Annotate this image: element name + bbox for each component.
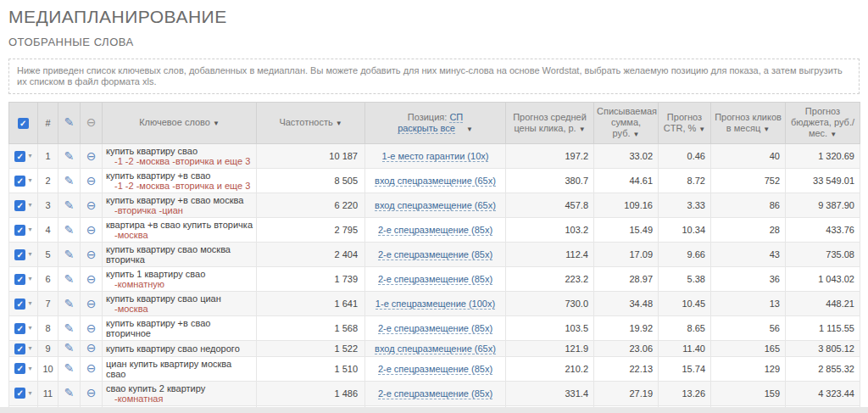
remove-icon[interactable]: ⊖	[86, 272, 97, 286]
checkbox-dropdown-icon[interactable]: ▾	[28, 176, 31, 184]
edit-icon[interactable]: ✎	[64, 174, 75, 187]
col-header-avg-click-price[interactable]: Прогноз средней цены клика, р.▼	[506, 103, 594, 144]
row-checkbox[interactable]	[14, 299, 25, 310]
edit-icon[interactable]: ✎	[64, 321, 75, 335]
info-note: Ниже приведен список ключевых слов, доба…	[8, 59, 860, 94]
row-select-cell: ▾	[9, 193, 38, 218]
checkbox-dropdown-icon[interactable]: ▾	[28, 324, 31, 332]
ctr-value: 8.65	[659, 316, 711, 341]
bottom-strip	[0, 407, 868, 413]
edit-icon[interactable]: ✎	[64, 272, 75, 286]
position-sp-link[interactable]: СП	[449, 112, 463, 123]
checkbox-dropdown-icon[interactable]: ▾	[28, 152, 31, 159]
checkbox-dropdown-icon[interactable]: ▾	[28, 365, 31, 372]
clicks-month-value: 86	[711, 193, 786, 218]
row-checkbox[interactable]	[14, 151, 25, 162]
col-header-ctr[interactable]: Прогноз CTR, %▼	[659, 103, 711, 144]
ctr-value: 10.34	[659, 218, 711, 243]
edit-icon[interactable]: ✎	[64, 341, 75, 354]
avg-click-price-value: 210.2	[506, 356, 594, 381]
remove-icon[interactable]: ⊖	[86, 297, 97, 310]
position-link[interactable]: 2-е спецразмещение (85x)	[378, 364, 492, 375]
remove-icon[interactable]: ⊖	[86, 248, 97, 261]
remove-icon[interactable]: ⊖	[86, 198, 97, 212]
minus-words: -комнатная	[106, 393, 253, 404]
remove-icon[interactable]: ⊖	[86, 386, 97, 399]
remove-icon[interactable]: ⊖	[86, 321, 97, 335]
minus-words: -1 -2 -москва -вторичка и еще 3	[106, 156, 253, 166]
col-header-writeoff-sum[interactable]: Списываемая сумма, руб.▼	[594, 103, 659, 144]
frequency-value: 1 641	[257, 292, 365, 316]
remove-icon[interactable]: ⊖	[86, 174, 97, 187]
col-header-budget[interactable]: Прогноз бюджета, руб./мес.▼	[786, 103, 860, 144]
budget-value: 33 549.01	[786, 169, 860, 193]
position-link[interactable]: 2-е спецразмещение (85x)	[378, 388, 492, 399]
ctr-value: 13.26	[659, 381, 711, 405]
edit-icon[interactable]: ✎	[64, 198, 75, 212]
expand-all-link[interactable]: раскрыть все	[398, 123, 455, 134]
remove-icon[interactable]: ⊖	[86, 341, 97, 354]
checkbox-dropdown-icon[interactable]: ▾	[28, 226, 31, 233]
row-checkbox[interactable]	[14, 225, 25, 236]
avg-click-price-value: 121.9	[506, 341, 594, 357]
avg-click-price-value: 103.2	[506, 218, 594, 243]
edit-icon[interactable]: ✎	[64, 115, 75, 129]
col-header-keyword[interactable]: Ключевое слово▼	[103, 103, 257, 144]
row-number: 4	[38, 218, 58, 243]
row-checkbox[interactable]	[14, 274, 25, 285]
ctr-value: 9.66	[659, 243, 711, 267]
budget-value: 9 387.90	[786, 193, 860, 218]
position-link[interactable]: вход спецразмещение (65x)	[375, 343, 496, 354]
media-planning-page: МЕДИАПЛАНИРОВАНИЕ ОТОБРАННЫЕ СЛОВА Ниже …	[0, 0, 868, 413]
edit-icon[interactable]: ✎	[64, 386, 75, 399]
edit-icon[interactable]: ✎	[64, 223, 75, 237]
checkbox-dropdown-icon[interactable]: ▾	[28, 275, 31, 282]
edit-icon[interactable]: ✎	[64, 248, 75, 261]
checkbox-dropdown-icon[interactable]: ▾	[28, 389, 31, 397]
position-link[interactable]: 2-е спецразмещение (85x)	[378, 249, 492, 260]
select-all-checkbox[interactable]	[18, 118, 29, 129]
clicks-month-value: 43	[711, 243, 786, 267]
ctr-value: 3.33	[659, 193, 711, 218]
col-header-position: Позиция: СП раскрыть все ▼	[365, 103, 506, 144]
avg-click-price-header-label: Прогноз средней цены клика, р.	[513, 112, 587, 133]
page-title: МЕДИАПЛАНИРОВАНИЕ	[8, 7, 860, 27]
ctr-value: 8.72	[659, 169, 711, 193]
checkbox-dropdown-icon[interactable]: ▾	[28, 299, 31, 307]
col-header-clicks-month[interactable]: Прогноз кликов в месяц▼	[711, 103, 786, 144]
row-select-cell: ▾	[9, 144, 38, 169]
position-link[interactable]: 1-е спецразмещение (100x)	[376, 299, 495, 310]
header-select-all-cell	[9, 103, 38, 144]
edit-icon[interactable]: ✎	[64, 297, 75, 310]
keyword-text: купить квартиру свао	[106, 146, 253, 156]
checkbox-dropdown-icon[interactable]: ▾	[28, 344, 31, 352]
position-link[interactable]: вход спецразмещение (65x)	[375, 200, 496, 211]
row-checkbox[interactable]	[14, 249, 25, 260]
writeoff-sum-header-label: Списываемая сумма, руб.	[597, 106, 657, 138]
row-checkbox[interactable]	[14, 363, 25, 374]
row-checkbox[interactable]	[14, 343, 25, 354]
edit-icon[interactable]: ✎	[64, 149, 75, 163]
table-row: ▾2✎⊖купить квартиру +в свао-1 -2 -москва…	[9, 169, 860, 193]
checkbox-dropdown-icon[interactable]: ▾	[28, 201, 31, 209]
row-select-cell: ▾	[9, 316, 38, 341]
col-header-frequency[interactable]: Частотность▼	[257, 103, 365, 144]
row-checkbox[interactable]	[14, 388, 25, 399]
clicks-month-value: 165	[711, 341, 786, 357]
edit-icon[interactable]: ✎	[64, 361, 75, 375]
position-link[interactable]: 1-е место гарантии (10x)	[382, 151, 489, 162]
writeoff-sum-value: 19.92	[594, 316, 659, 341]
checkbox-dropdown-icon[interactable]: ▾	[28, 250, 31, 258]
position-link[interactable]: 2-е спецразмещение (85x)	[378, 225, 492, 236]
writeoff-sum-value: 28.97	[594, 267, 659, 292]
remove-icon[interactable]: ⊖	[86, 223, 97, 237]
remove-icon[interactable]: ⊖	[86, 115, 97, 129]
remove-icon[interactable]: ⊖	[86, 361, 97, 375]
row-checkbox[interactable]	[14, 176, 25, 187]
position-link[interactable]: вход спецразмещение (65x)	[375, 176, 496, 187]
remove-icon[interactable]: ⊖	[86, 149, 97, 163]
row-checkbox[interactable]	[14, 323, 25, 334]
position-link[interactable]: 2-е спецразмещение (85x)	[378, 274, 492, 285]
row-checkbox[interactable]	[14, 200, 25, 211]
position-link[interactable]: 2-е спецразмещение (85x)	[378, 323, 492, 334]
